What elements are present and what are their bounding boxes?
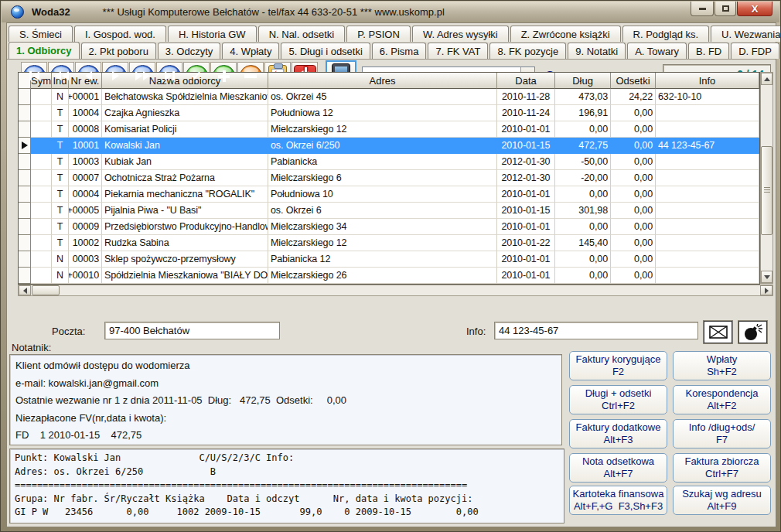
table-row[interactable]: T 10002 Rudzka Sabina Mielczarskiego 12 … <box>19 235 759 251</box>
row-marker <box>19 105 31 121</box>
tab-z-zwrócone-książki[interactable]: Z. Zwrócone książki <box>510 26 621 42</box>
col-header-nazwa-odbiorcy[interactable]: Nazwa odbiorcy <box>102 73 268 89</box>
cell-info <box>656 235 759 251</box>
col-header-data[interactable]: Data <box>497 73 555 89</box>
table-row[interactable]: T 00004 Piekarnia mechaniczna "ROGALIK" … <box>19 186 759 203</box>
table-row[interactable]: T +00005 Pijalnia Piwa - "U Basi" os. Ok… <box>19 203 759 219</box>
cell-info: 632-10-10 <box>656 89 759 105</box>
tab-8-fk-pozycje[interactable]: 8. FK pozycje <box>489 43 566 59</box>
faktury-korygujące-button[interactable]: Faktury korygujące F2 <box>569 351 667 380</box>
row-marker <box>19 235 31 251</box>
tab-6-pisma[interactable]: 6. Pisma <box>372 43 427 59</box>
cell-nr-ew: +00001 <box>69 89 102 105</box>
table-row[interactable]: T 00009 Przedsiębiorstwo Produkcyjno-Han… <box>19 219 759 235</box>
info-dług-ods-button[interactable]: Info /dług+ods/ F7 <box>673 419 771 448</box>
send-mail-button[interactable] <box>704 321 732 343</box>
client-area: S. ŚmieciI. Gospod. wod.H. Historia GWN.… <box>6 22 776 527</box>
tab-4-wpłaty[interactable]: 4. Wpłaty <box>222 43 279 59</box>
cell-dlug: 472,75 <box>555 138 611 154</box>
faktura-zbiorcza-button[interactable]: Faktura zbiorcza Ctrl+F7 <box>673 453 771 483</box>
vertical-scroll-thumb[interactable] <box>761 146 772 235</box>
close-icon: X <box>752 3 759 15</box>
punkt-info-panel: Punkt: Kowalski Jan C/U/S/2/3/C Info: Ad… <box>9 448 564 523</box>
tab-i-gospod-wod[interactable]: I. Gospod. wod. <box>74 26 166 42</box>
scroll-right-button[interactable] <box>760 285 772 295</box>
table-row[interactable]: T 10001 Kowalski Jan os. Okrzei 6/250 20… <box>19 138 759 154</box>
col-header-adres[interactable]: Adres <box>268 73 497 89</box>
tab-h-historia-gw[interactable]: H. Historia GW <box>168 26 257 42</box>
tab-u-wezwania[interactable]: U. Wezwania <box>711 26 781 42</box>
notatnik-textarea[interactable]: Klient odmówił dostępu do wodomierza e-m… <box>9 354 562 445</box>
tab-9-notatki[interactable]: 9. Notatki <box>568 43 626 59</box>
window-title: *** Usługi Komputerowe Bełchatów - tel/f… <box>103 6 445 18</box>
table-row[interactable]: N +00001 Bełchatowska Spółdzielnia Miesz… <box>19 89 759 105</box>
cell-nr-ew: 00003 <box>69 251 102 268</box>
action-button-label: Nota odsetkowa <box>582 455 654 468</box>
faktury-dodatkowe-button[interactable]: Faktury dodatkowe Alt+F3 <box>569 419 667 448</box>
close-button[interactable]: X <box>737 2 772 16</box>
cell-ind: T <box>52 170 69 186</box>
bomb-button[interactable] <box>738 321 767 343</box>
maximize-button[interactable] <box>714 2 736 16</box>
cell-ind: N <box>52 268 69 284</box>
horizontal-scrollbar[interactable] <box>18 285 773 296</box>
tab-b-fd[interactable]: B. FD <box>688 43 729 59</box>
cell-odsetki: 0,00 <box>611 235 656 251</box>
table-row[interactable]: T 00008 Komisariat Policji Mielczarskieg… <box>19 121 759 138</box>
info-input[interactable] <box>494 322 698 339</box>
col-header-dług[interactable]: Dług <box>555 73 611 89</box>
vertical-scrollbar[interactable] <box>760 72 773 284</box>
długi-odsetki-button[interactable]: Długi + odsetki Ctrl+F2 <box>569 385 667 414</box>
scroll-up-button[interactable] <box>761 73 772 85</box>
cell-odsetki: 0,00 <box>611 219 656 235</box>
cell-odsetki: 24,22 <box>611 89 656 105</box>
row-marker <box>19 89 31 105</box>
tab-7-fk-vat[interactable]: 7. FK VAT <box>428 43 488 59</box>
tab-w-adres-wysyłki[interactable]: W. Adres wysyłki <box>412 26 509 42</box>
cell-ind: T <box>52 235 69 251</box>
tab-d-fdp[interactable]: D. FDP <box>731 43 779 59</box>
tab-label: P. PSION <box>357 29 400 40</box>
cell-odsetki: 0,00 <box>611 154 656 170</box>
nota-odsetkowa-button[interactable]: Nota odsetkowa Alt+F7 <box>569 453 667 483</box>
tab-label: W. Adres wysyłki <box>423 29 498 40</box>
tab-3-odczyty[interactable]: 3. Odczyty <box>158 43 220 59</box>
cell-nr-ew: 00009 <box>69 219 102 235</box>
tab-label: B. FD <box>696 46 721 57</box>
table-row[interactable]: N 00003 Sklep spożywczo-przemysłowy Pabi… <box>19 251 759 268</box>
title-bar[interactable]: Woda32 *** Usługi Komputerowe Bełchatów … <box>2 2 779 22</box>
col-header-odsetki[interactable]: Odsetki <box>611 73 656 89</box>
app-icon <box>11 5 24 19</box>
action-button-label: Faktura zbiorcza <box>684 455 759 468</box>
horizontal-scroll-thumb[interactable] <box>32 285 60 295</box>
tab-1-odbiorcy[interactable]: 1. Odbiorcy <box>9 42 80 59</box>
tab-a-towary[interactable]: A. Towary <box>627 43 687 59</box>
szukaj-wg-adresu-button[interactable]: Szukaj wg adresu Alt+F9 <box>673 486 771 515</box>
tab-r-podgląd-ks[interactable]: R. Podgląd ks. <box>622 26 710 42</box>
cell-info <box>656 186 759 203</box>
tab-n-nal-odsetki[interactable]: N. Nal. odsetki <box>258 26 346 42</box>
wpłaty-button[interactable]: Wpłaty Sh+F2 <box>673 351 771 380</box>
kartoteka-finansowa-button[interactable]: Kartoteka finansowa Alt+F,+G F3,Sh+F3 <box>569 486 667 515</box>
table-row[interactable]: T 00007 Ochotnicza Straż Pożarna Mielcza… <box>19 170 759 186</box>
table-row[interactable]: T 10004 Czajka Agnieszka Południowa 12 2… <box>19 105 759 121</box>
tab-p-psion[interactable]: P. PSION <box>346 26 411 42</box>
cell-info <box>656 219 759 235</box>
tab-2-pkt-poboru[interactable]: 2. Pkt poboru <box>81 43 156 59</box>
tab-s-śmieci[interactable]: S. Śmieci <box>9 26 73 42</box>
minimize-button[interactable] <box>691 2 714 16</box>
scroll-left-button[interactable] <box>19 285 31 295</box>
action-button-label: Faktury korygujące <box>576 353 661 366</box>
row-marker <box>19 138 31 154</box>
action-button-shortcut: Alt+F9 <box>708 500 737 513</box>
cell-dlug: 473,03 <box>555 89 611 105</box>
col-header-info[interactable]: Info <box>656 73 759 89</box>
korespondencja-button[interactable]: Korespondencja Alt+F2 <box>673 385 771 414</box>
scroll-down-button[interactable] <box>761 271 772 283</box>
tab-5-długi-i-odsetki[interactable]: 5. Długi i odsetki <box>281 43 370 59</box>
table-row[interactable]: N +00010 Spółdzielnia Mieszkaniowa "BIAŁ… <box>19 268 759 284</box>
cell-dlug: 0,00 <box>555 186 611 203</box>
tab-row-bottom: 1. Odbiorcy2. Pkt poboru3. Odczyty4. Wpł… <box>9 42 779 59</box>
table-row[interactable]: T 10003 Kubiak Jan Pabianicka 2012-01-30… <box>19 154 759 170</box>
poczta-input[interactable] <box>104 322 280 339</box>
